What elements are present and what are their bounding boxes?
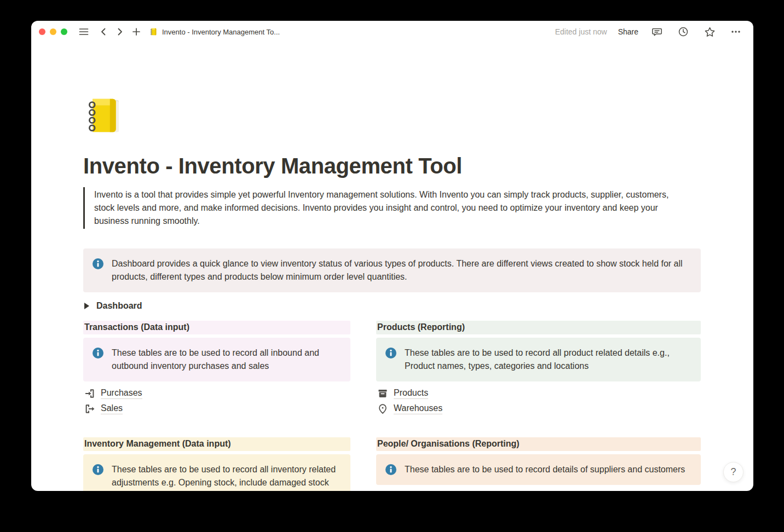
- info-icon: [385, 464, 397, 476]
- comments-icon[interactable]: [649, 24, 665, 39]
- page-link-label: Warehouses: [394, 403, 442, 414]
- history-clock-icon[interactable]: [676, 24, 691, 39]
- section-transactions: Transactions (Data input) These tables a…: [83, 321, 350, 417]
- toggle-triangle-icon[interactable]: [84, 303, 89, 309]
- info-icon: [92, 258, 104, 270]
- page-link-label: Purchases: [101, 388, 142, 399]
- section-people-organisations: People/ Organisations (Reporting) These …: [376, 437, 701, 489]
- page-link-label: Products: [394, 388, 428, 399]
- app-window: Invento - Inventory Management To... Edi…: [31, 21, 753, 491]
- archive-box-icon: [377, 388, 388, 399]
- section-header: Transactions (Data input): [83, 321, 350, 334]
- info-icon: [92, 347, 104, 359]
- help-button[interactable]: ?: [723, 462, 743, 482]
- tab-title: Invento - Inventory Management To...: [162, 28, 280, 36]
- page-link-label: Sales: [101, 403, 123, 414]
- more-options-icon[interactable]: [728, 24, 743, 39]
- share-button[interactable]: Share: [618, 27, 638, 36]
- titlebar: Invento - Inventory Management To... Edi…: [31, 21, 753, 43]
- notebook-icon: [149, 27, 158, 36]
- page-link-sales[interactable]: Sales: [83, 401, 350, 417]
- section-callout[interactable]: These tables are to be used to record al…: [376, 338, 701, 381]
- section-products: Products (Reporting) These tables are to…: [376, 321, 701, 417]
- zoom-window-button[interactable]: [61, 28, 67, 35]
- new-tab-icon[interactable]: [129, 24, 144, 39]
- dashboard-toggle-label: Dashboard: [96, 301, 142, 311]
- page-title[interactable]: Invento - Inventory Management Tool: [83, 152, 701, 180]
- minimize-window-button[interactable]: [50, 28, 56, 35]
- dashboard-callout-text: Dashboard provides a quick glance to vie…: [112, 257, 692, 284]
- back-icon[interactable]: [96, 24, 111, 39]
- section-inventory-management: Inventory Management (Data input) These …: [83, 437, 350, 491]
- section-callout[interactable]: These tables are to be used to record al…: [83, 454, 350, 491]
- tab-invento[interactable]: Invento - Inventory Management To...: [149, 27, 280, 36]
- location-pin-icon: [377, 403, 388, 414]
- section-callout-text: These tables are to be used to record de…: [405, 463, 685, 476]
- sidebar-menu-icon[interactable]: [76, 24, 91, 39]
- close-window-button[interactable]: [39, 28, 45, 35]
- info-icon: [385, 347, 397, 359]
- page-content: Invento - Inventory Management Tool Inve…: [31, 43, 753, 491]
- section-callout[interactable]: These tables are to be used to record de…: [376, 454, 701, 485]
- section-header: Inventory Management (Data input): [83, 437, 350, 451]
- section-header: Products (Reporting): [376, 321, 701, 334]
- favorite-star-icon[interactable]: [702, 24, 717, 39]
- section-callout-text: These tables are to be used to record al…: [112, 463, 342, 491]
- section-callout-text: These tables are to be used to record al…: [112, 346, 342, 373]
- page-notebook-icon[interactable]: [83, 94, 126, 137]
- section-callout-text: These tables are to be used to record al…: [405, 346, 692, 373]
- window-controls: [39, 28, 67, 35]
- page-link-warehouses[interactable]: Warehouses: [376, 401, 701, 417]
- dashboard-toggle[interactable]: Dashboard: [83, 299, 701, 313]
- exit-door-icon: [84, 403, 95, 414]
- info-icon: [92, 464, 104, 476]
- page-link-purchases[interactable]: Purchases: [83, 386, 350, 401]
- intro-quote[interactable]: Invento is a tool that provides simple y…: [83, 187, 691, 229]
- enter-door-icon: [84, 388, 95, 399]
- section-callout[interactable]: These tables are to be used to record al…: [83, 338, 350, 381]
- section-header: People/ Organisations (Reporting): [376, 437, 701, 451]
- forward-icon[interactable]: [112, 24, 128, 39]
- edited-status: Edited just now: [555, 27, 607, 36]
- page-link-products[interactable]: Products: [376, 386, 701, 401]
- dashboard-callout[interactable]: Dashboard provides a quick glance to vie…: [83, 248, 701, 292]
- sections-grid: Transactions (Data input) These tables a…: [83, 321, 701, 491]
